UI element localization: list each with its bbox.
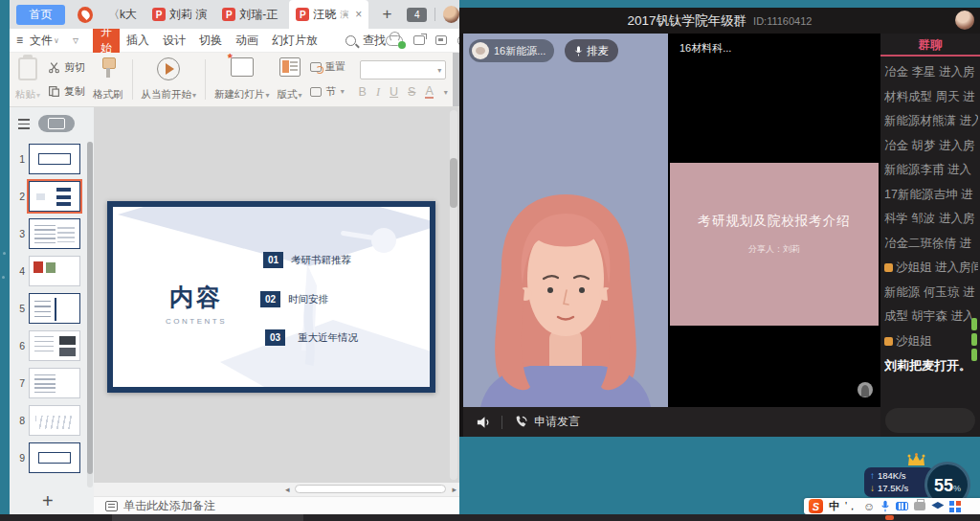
slide-view-toggle[interactable] — [38, 115, 75, 132]
menu-design[interactable]: 设计 — [163, 33, 186, 49]
taskbar-button-fragment[interactable] — [112, 514, 303, 521]
menu-transition[interactable]: 切换 — [199, 33, 222, 49]
taskbar-strip[interactable] — [0, 514, 980, 521]
close-tab-icon[interactable]: × — [355, 8, 362, 21]
ime-punctuation-toggle[interactable]: '， — [845, 499, 858, 513]
slide-thumbnail-8[interactable] — [29, 405, 80, 436]
chat-tab-bar: 群聊 — [880, 34, 980, 57]
menu-slideshow[interactable]: 幻灯片放 — [272, 33, 318, 49]
slide-thumbnail-2[interactable] — [29, 181, 80, 212]
chat-system-notice: 新能源 何玉琼 进 — [884, 281, 978, 306]
search-icon[interactable] — [345, 34, 356, 47]
ime-language-toggle[interactable]: 中 — [829, 499, 839, 513]
slide-thumbnail-7[interactable] — [29, 368, 80, 398]
file-menu[interactable]: 文件 — [30, 33, 53, 49]
slide-canvas[interactable]: 内容 CONTENTS 01 考研书籍推荐 02 时间安排 03 重大近年情况 — [94, 107, 459, 483]
slide-thumbnail-row: 6 — [10, 327, 94, 364]
desktop-icon-fragment — [2, 276, 5, 279]
agenda-item: 02 时间安排 — [260, 291, 328, 307]
chat-text: 新能源李甫 进入 — [884, 162, 971, 178]
document-tab-2[interactable]: P刘莉 演 — [152, 7, 207, 23]
speaker-name: 16新能源... — [494, 44, 546, 58]
request-speak-icon[interactable] — [514, 415, 528, 429]
bold-button[interactable]: B — [359, 85, 367, 99]
font-combobox[interactable]: ▾ — [360, 60, 446, 79]
reset-button[interactable]: 重置 — [310, 57, 345, 78]
speaker-volume-icon[interactable] — [477, 416, 492, 429]
virtual-keyboard-icon[interactable] — [896, 502, 908, 510]
video-tile-screenshare[interactable]: 16材料科... 考研规划及院校报考介绍 分享人：刘莉 — [668, 34, 880, 407]
menu-insert[interactable]: 插入 — [126, 33, 149, 49]
chat-text: 材料成型 周天 进 — [884, 89, 974, 105]
slide-thumbnail-9[interactable] — [29, 442, 80, 473]
meeting-user-avatar[interactable] — [955, 11, 974, 30]
ribbon-edge-handle[interactable] — [453, 53, 459, 106]
voice-input-icon[interactable] — [880, 500, 890, 512]
slide-thumbnail-4[interactable] — [29, 256, 80, 286]
network-speed-widget[interactable]: ↑ 184K/s ↓ 17.5K/s — [864, 467, 934, 497]
scroll-right-icon[interactable]: ▸ — [452, 485, 457, 494]
skin-icon[interactable] — [931, 502, 944, 510]
current-slide[interactable]: 内容 CONTENTS 01 考研书籍推荐 02 时间安排 03 重大近年情况 — [107, 201, 435, 393]
slide-thumbnail-6[interactable] — [29, 330, 80, 361]
more-tools-icon[interactable] — [949, 501, 961, 512]
account-avatar[interactable] — [443, 6, 459, 23]
request-speak-button[interactable]: 申请发言 — [534, 414, 580, 430]
share-icon[interactable] — [413, 35, 425, 45]
slide-thumbnail-3[interactable] — [29, 218, 80, 249]
mic-queue-button[interactable]: 排麦 — [565, 39, 618, 62]
toolbox-icon[interactable] — [914, 502, 925, 510]
download-speed: 17.5K/s — [878, 482, 908, 494]
window-mode-icon[interactable] — [435, 35, 447, 45]
tab-count-badge[interactable]: 4 — [407, 8, 427, 22]
mic-queue-label: 排麦 — [587, 44, 609, 58]
emoji-icon[interactable]: ☺ — [863, 501, 875, 512]
cloud-sync-icon[interactable] — [386, 35, 403, 46]
section-button[interactable]: 节▾ — [310, 82, 345, 102]
notes-placeholder[interactable]: 单击此处添加备注 — [123, 498, 215, 514]
fire-recommend-icon[interactable] — [78, 7, 93, 23]
sogou-logo-icon[interactable]: S — [809, 499, 823, 513]
desktop-icon-fragment — [3, 252, 6, 255]
document-tab-1[interactable]: 〈k大 — [108, 7, 137, 23]
shared-slide-title: 考研规划及院校报考介绍 — [670, 213, 879, 230]
new-slide-button[interactable]: * 新建幻灯片▾ — [211, 57, 274, 102]
layout-icon — [279, 57, 301, 77]
notes-bar[interactable]: 单击此处添加备注 — [94, 496, 459, 514]
home-tab[interactable]: 首页 — [16, 5, 65, 25]
horizontal-scroll-thumb[interactable] — [295, 485, 446, 493]
chat-text: 冶金 胡梦 进入房 — [884, 138, 974, 154]
slide-thumbnail-5[interactable] — [29, 293, 80, 324]
copy-icon — [48, 85, 60, 98]
panel-scrollbar[interactable] — [87, 142, 93, 487]
chat-scrollbar[interactable] — [971, 318, 977, 364]
menu-animation[interactable]: 动画 — [235, 33, 258, 49]
scroll-left-icon[interactable]: ◂ — [285, 485, 290, 494]
underline-button[interactable]: U — [390, 85, 398, 99]
chat-messages[interactable]: 冶金 李星 进入房材料成型 周天 进新能源材熊潇 进入冶金 胡梦 进入房新能源李… — [884, 60, 978, 377]
format-painter-button[interactable]: 格式刷 — [89, 57, 127, 102]
document-tab-3[interactable]: P刘瑞-正 — [222, 7, 278, 23]
slide-thumbnail-1[interactable] — [29, 144, 80, 174]
pin-icon[interactable]: ▿ — [73, 34, 78, 47]
italic-button[interactable]: I — [376, 85, 380, 100]
font-color-button[interactable]: A — [425, 85, 433, 100]
strikethrough-button[interactable]: S — [408, 85, 415, 99]
add-slide-button[interactable]: + — [42, 490, 54, 512]
play-from-current-button[interactable]: 从当前开始▾ — [138, 57, 201, 102]
layout-button[interactable]: 版式▾ — [274, 57, 306, 102]
paste-button[interactable]: 粘贴▾ — [11, 57, 44, 102]
hamburger-icon[interactable]: ≡ — [16, 34, 23, 47]
horizontal-scrollbar[interactable]: ◂ ▸ — [94, 483, 459, 496]
find-button[interactable]: 查找 — [363, 33, 386, 49]
cut-button[interactable]: 剪切 — [48, 57, 85, 79]
outline-view-icon[interactable] — [18, 119, 30, 129]
meeting-title-bar[interactable]: 2017钒钛学院年级群 ID:11160412 — [459, 8, 980, 34]
video-tile-speaker[interactable]: 16新能源... 排麦 — [463, 34, 668, 407]
vertical-scrollbar[interactable] — [450, 110, 457, 480]
tab-group-chat[interactable]: 群聊 — [919, 38, 943, 52]
document-tab-active[interactable]: P 汪晓 演 × — [289, 0, 368, 29]
new-tab-button[interactable]: + — [382, 5, 391, 24]
copy-button[interactable]: 复制 — [48, 81, 85, 102]
chat-input[interactable] — [885, 408, 975, 433]
